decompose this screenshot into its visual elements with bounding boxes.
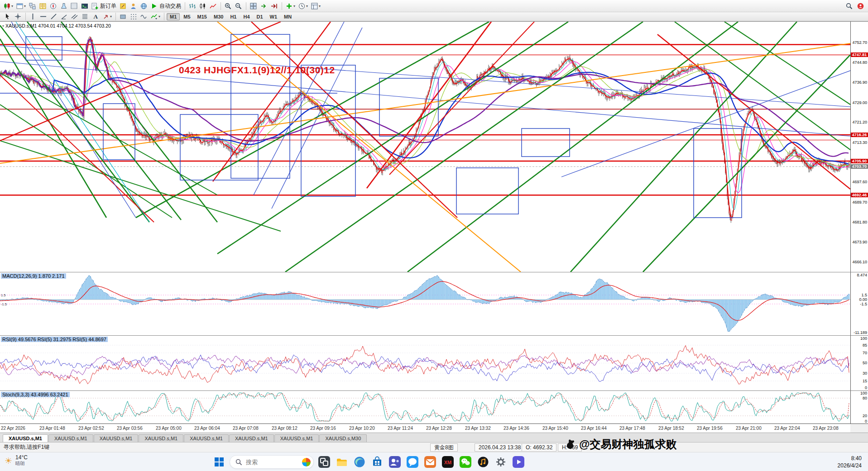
timeframe-M30-button[interactable]: M30 [211, 13, 226, 20]
timeframe-W1-button[interactable]: W1 [267, 13, 281, 20]
taskbar-teams-icon[interactable] [388, 455, 402, 469]
timeframe-H1-button[interactable]: H1 [227, 13, 240, 20]
community-icon [130, 3, 137, 10]
taskbar-file-explorer-icon[interactable] [335, 455, 349, 469]
rsi-label[interactable]: RSI(9) 49.5676 RSI(5) 31.2975 RSI(5) 44.… [1, 337, 108, 342]
taskbar-task-view-icon[interactable] [317, 455, 331, 469]
zoom-out-button[interactable] [234, 1, 244, 11]
taskbar-edge-icon[interactable] [352, 455, 367, 469]
chart-tab-4[interactable]: XAUUSD.s,M1 [184, 434, 229, 442]
fibonacci-button[interactable] [80, 13, 90, 20]
timeframe-M1-button[interactable]: M1 [167, 13, 180, 20]
market-watch-button[interactable] [38, 1, 48, 11]
zoom-in-button[interactable] [223, 1, 233, 11]
chart-tab-3[interactable]: XAUUSD.s,M1 [139, 434, 183, 442]
timeframe-M5-button[interactable]: M5 [180, 13, 193, 20]
trendline-button[interactable] [49, 13, 59, 20]
taskbar-chat-icon[interactable] [405, 455, 420, 469]
arrow-objects-button[interactable]: ▾ [101, 13, 113, 20]
rsi-canvas[interactable] [0, 336, 850, 390]
data-window-button[interactable] [69, 1, 79, 11]
macd-plot[interactable]: MACD(12,26,9) 1.870 2.171 1.5-1.5 [0, 272, 850, 335]
time-axis[interactable]: 22 Apr 202623 Apr 01:4823 Apr 02:5223 Ap… [0, 423, 850, 433]
taskbar-wechat-icon[interactable] [458, 455, 473, 469]
stoch-canvas[interactable] [0, 391, 850, 423]
chart-tab-1[interactable]: XAUUSD.s,M1 [48, 434, 93, 442]
tile-windows-button[interactable] [249, 1, 259, 11]
timeframe-D1-button[interactable]: D1 [254, 13, 266, 20]
profiles-icon [16, 3, 24, 10]
taskbar-store-icon[interactable] [370, 455, 384, 469]
rectangle-button[interactable] [118, 13, 128, 20]
taskbar-clock[interactable]: 8:40 2026/4/24 [838, 455, 862, 469]
community-button[interactable] [129, 1, 139, 11]
rsi-plot[interactable]: RSI(9) 49.5676 RSI(5) 31.2975 RSI(5) 44.… [0, 335, 850, 390]
taskbar-mail-icon[interactable] [423, 455, 437, 469]
vertical-line-button[interactable] [28, 13, 38, 20]
chart-cycle-button[interactable] [28, 1, 38, 11]
timeframe-M15-button[interactable]: M15 [194, 13, 210, 20]
taskbar-settings-icon[interactable] [494, 455, 508, 469]
equidistant-channel-button[interactable] [70, 13, 80, 20]
text-label-button[interactable]: A [91, 13, 101, 20]
notifications-button[interactable] [856, 1, 866, 11]
taskbar-search[interactable] [230, 455, 314, 469]
rsi-axis[interactable]: 10085705030150 [850, 335, 868, 390]
stoch-label[interactable]: Stoch(9,3,3) 43.4996 63.2421 [1, 392, 70, 397]
chart-ohlc-title: ▾XAUUSD.s,M1 4704.01 4704.12 4703.54 470… [2, 23, 111, 29]
chart-tab-5[interactable]: XAUUSD.s,M1 [229, 434, 274, 442]
navigator-button[interactable] [48, 1, 58, 11]
main-chart-canvas[interactable] [0, 22, 850, 272]
search-input[interactable] [246, 459, 296, 466]
dropdown-arrow-icon: ▾ [158, 14, 160, 19]
indicators-button[interactable]: ▾ [284, 1, 297, 11]
strategy-tester-button[interactable] [59, 1, 69, 11]
stoch-axis[interactable]: 10080200 [850, 390, 868, 423]
search-button[interactable] [844, 1, 854, 11]
crosshair-button[interactable] [13, 13, 23, 20]
timeframe-H4-button[interactable]: H4 [240, 13, 253, 20]
macd-label[interactable]: MACD(12,26,9) 1.870 2.171 [1, 273, 66, 279]
chart-tab-6[interactable]: XAUUSD.s,M1 [274, 434, 319, 442]
start-button[interactable] [212, 455, 226, 469]
taskbar-xm-icon[interactable]: XM [441, 455, 455, 469]
terminal-button[interactable] [80, 1, 90, 11]
new-order-button[interactable]: 新订单 [90, 1, 118, 11]
taskbar-weather-widget[interactable]: ☀ 14°C 晴朗 [5, 454, 28, 467]
line-studies-button[interactable] [139, 13, 149, 20]
stoch-plot[interactable]: Stoch(9,3,3) 43.4996 63.2421 [0, 390, 850, 423]
bar-chart-button[interactable] [187, 1, 197, 11]
chart-shift-button[interactable] [269, 1, 279, 11]
taskbar-music-icon[interactable] [476, 455, 490, 469]
metaeditor-button[interactable] [118, 1, 128, 11]
macd-axis[interactable]: 8.4741.50.00-1.5-11.189 [850, 272, 868, 335]
horizontal-line-button[interactable] [38, 13, 48, 20]
cursor-button[interactable] [3, 13, 13, 20]
angle-trend-button[interactable] [59, 13, 69, 20]
main-chart-plot[interactable]: ▾XAUUSD.s,M1 4704.01 4704.12 4703.54 470… [0, 21, 850, 272]
price-axis[interactable]: 4752.704744.804736.904729.004721.204713.… [850, 21, 868, 272]
candle-chart-button[interactable] [198, 1, 208, 11]
web-terminal-button[interactable] [139, 1, 149, 11]
price-tick: 4729.00 [852, 100, 867, 105]
chart-tab-2[interactable]: XAUUSD.s,M1 [94, 434, 139, 442]
status-help-text: 寻求帮助,请按F1键 [0, 443, 49, 451]
macd-tick: 8.474 [857, 273, 867, 277]
market-watch-icon [39, 3, 47, 10]
line-chart-button[interactable] [208, 1, 218, 11]
templates-button[interactable]: ▾ [310, 1, 322, 11]
macd-canvas[interactable] [0, 272, 850, 335]
timeframe-MN-button[interactable]: MN [281, 13, 295, 20]
chart-tab-7[interactable]: XAUUSD.s,M30 [319, 434, 367, 442]
new-chart-icon [4, 3, 11, 10]
pattern-button[interactable] [129, 13, 139, 20]
auto-trading-button[interactable]: 自动交易 [149, 1, 182, 11]
chart-tab-0[interactable]: XAUUSD.s,M1 [3, 434, 48, 442]
profiles-button[interactable]: ▾ [15, 1, 27, 11]
indicator-drop-button[interactable]: ▾ [149, 13, 162, 20]
taskbar-media-player-icon[interactable] [511, 455, 526, 469]
auto-scroll-button[interactable] [259, 1, 269, 11]
periods-button[interactable]: ▾ [297, 1, 309, 11]
new-chart-button[interactable]: ▾ [2, 1, 14, 11]
price-badge: 4747.81 [851, 52, 868, 57]
